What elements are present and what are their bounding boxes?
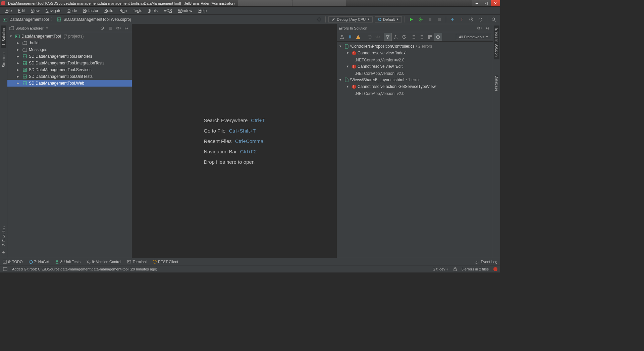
tree-item[interactable]: ▶c#SD.DataManagementTool.Handlers xyxy=(7,53,132,60)
minimize-button[interactable]: ━ xyxy=(472,0,481,6)
tree-item[interactable]: ▶c#SD.DataManagementTool.IntegrationTest… xyxy=(7,60,132,66)
hint-shortcut: Ctrl+Comma xyxy=(235,138,264,144)
window-title: DataManagementTool [C:\SDSource\data-man… xyxy=(7,1,235,5)
tab-unit-tests[interactable]: 8: Unit Tests xyxy=(55,260,80,264)
show-ignored-icon[interactable] xyxy=(374,33,382,41)
tree-item[interactable]: ▶Messages xyxy=(7,46,132,53)
menu-code[interactable]: Code xyxy=(65,8,80,14)
tree-item[interactable]: ▶c#SD.DataManagementTool.UnitTests xyxy=(7,73,132,80)
tab-version-control[interactable]: 9: Version Control xyxy=(87,260,121,264)
folder-icon xyxy=(22,40,28,46)
close-button[interactable]: ✕ xyxy=(491,0,500,6)
toggle-toolwindows-icon[interactable] xyxy=(3,267,7,271)
menu-refactor[interactable]: Refactor xyxy=(80,8,101,14)
maximize-button[interactable]: ◱ xyxy=(481,0,491,6)
errors-toolbar: ⏸ ! All Frameworks ▼ xyxy=(337,32,493,42)
lock-icon[interactable] xyxy=(453,267,457,271)
svg-text:c#: c# xyxy=(58,18,61,21)
menu-vcs[interactable]: VCS xyxy=(161,8,175,14)
star-icon[interactable]: ★ xyxy=(1,250,7,256)
ignore-icon[interactable] xyxy=(366,33,374,41)
warning-icon[interactable]: ! xyxy=(354,33,362,41)
vcs-history-icon[interactable] xyxy=(468,16,475,23)
folder-icon xyxy=(9,26,14,30)
tab-structure[interactable]: Structure xyxy=(1,50,6,70)
error-row[interactable]: ▼!Cannot resolve action 'GetServiceTypeV… xyxy=(337,83,493,90)
menu-tests[interactable]: Tests xyxy=(130,8,145,14)
breadcrumb-root[interactable]: DataManagementTool xyxy=(9,17,49,22)
autoscroll-icon[interactable] xyxy=(434,33,442,41)
menu-build[interactable]: Build xyxy=(102,8,116,14)
menu-navigate[interactable]: Navigate xyxy=(43,8,64,14)
stop-button[interactable] xyxy=(436,16,443,23)
svg-text:!: ! xyxy=(353,51,354,55)
run-target-combo[interactable]: Default ▼ xyxy=(375,16,402,22)
vcs-revert-icon[interactable] xyxy=(477,16,484,23)
tab-rest-client[interactable]: REST Client xyxy=(153,260,178,264)
svg-text:c#: c# xyxy=(23,69,26,71)
tree-item[interactable]: ▶c#SD.DataManagementTool.Services xyxy=(7,66,132,73)
menu-run[interactable]: Run xyxy=(117,8,129,14)
vcs-commit-icon[interactable] xyxy=(458,16,466,23)
collapse-all-icon[interactable] xyxy=(107,25,114,32)
locate-icon[interactable] xyxy=(99,25,106,32)
solution-tree: ▼ DataManagementTool (7 projects) ▶.buil… xyxy=(7,32,132,258)
attach-button[interactable] xyxy=(426,16,434,23)
git-branch[interactable]: Git: dev ⇵ xyxy=(433,267,449,271)
folder-icon xyxy=(22,47,28,52)
group-by-icon[interactable] xyxy=(426,33,434,41)
collapse-all-icon[interactable] xyxy=(418,33,426,41)
tab-terminal[interactable]: Terminal xyxy=(127,260,147,264)
breadcrumb-file[interactable]: SD.DataManagementTool.Web.csproj xyxy=(63,17,131,22)
flask-icon[interactable] xyxy=(338,33,346,41)
build-icon[interactable] xyxy=(315,16,323,23)
menu-help[interactable]: Help xyxy=(196,8,209,14)
menu-window[interactable]: Window xyxy=(175,8,195,14)
menu-tools[interactable]: Tools xyxy=(146,8,160,14)
vcs-update-icon[interactable] xyxy=(449,16,456,23)
error-row[interactable]: ▼!Cannot resolve view 'Index' xyxy=(337,50,493,56)
pause-analysis-icon[interactable]: ⏸ xyxy=(346,33,354,41)
tab-favorites[interactable]: 2: Favorites xyxy=(1,224,6,248)
dropdown-icon[interactable]: ▼ xyxy=(46,27,49,30)
framework-filter-combo[interactable]: All Frameworks ▼ xyxy=(456,34,491,40)
search-icon[interactable] xyxy=(490,16,497,23)
tree-item[interactable]: ▶c#SD.DataManagementTool.Web xyxy=(7,80,132,87)
tree-root[interactable]: ▼ DataManagementTool (7 projects) xyxy=(7,33,132,40)
error-count[interactable]: 3 errors in 2 files xyxy=(462,267,489,271)
svg-rect-0 xyxy=(3,18,7,21)
debug-button[interactable] xyxy=(417,16,424,23)
expand-all-icon[interactable] xyxy=(410,33,418,41)
tab-event-log[interactable]: Event Log xyxy=(475,260,497,264)
error-message: Cannot resolve action 'GetServiceTypeVie… xyxy=(358,84,436,89)
left-tool-strip: 1: Solution Structure 2: Favorites ★ xyxy=(0,24,7,258)
hint-label: Go to File xyxy=(204,128,225,134)
tab-todo[interactable]: 6: TODO xyxy=(3,260,23,264)
right-tool-strip: Errors In Solution Database xyxy=(493,24,500,258)
error-file-row[interactable]: ▼\Controllers\PropositionController.cs •… xyxy=(337,43,493,50)
menu-view[interactable]: View xyxy=(28,8,42,14)
csproj-icon: c# xyxy=(22,54,28,59)
error-row[interactable]: ▼!Cannot resolve view 'Edit' xyxy=(337,63,493,70)
tree-item-label: SD.DataManagementTool.Web xyxy=(29,81,84,86)
tab-errors[interactable]: Errors In Solution xyxy=(494,26,499,59)
tab-nuget[interactable]: 7: NuGet xyxy=(29,260,49,264)
svg-rect-12 xyxy=(15,35,19,38)
error-indicator-icon[interactable] xyxy=(493,267,497,271)
run-button[interactable] xyxy=(408,16,415,23)
menu-edit[interactable]: Edit xyxy=(15,8,28,14)
filter-icon[interactable] xyxy=(384,33,392,41)
tab-solution[interactable]: 1: Solution xyxy=(1,26,6,48)
hide-panel-icon[interactable] xyxy=(484,25,491,32)
gear-icon[interactable]: ⚙▾ xyxy=(115,25,122,32)
tab-database[interactable]: Database xyxy=(494,73,499,94)
gear-icon[interactable]: ⚙▾ xyxy=(476,25,483,32)
build-config-combo[interactable]: Debug | Any CPU ▼ xyxy=(328,16,373,22)
error-framework-row: .NETCoreApp,Version=v2.0 xyxy=(337,90,493,97)
error-file-row[interactable]: ▼\Views\Shared\_Layout.cshtml • 1 error xyxy=(337,77,493,83)
refresh-icon[interactable] xyxy=(400,33,408,41)
hide-panel-icon[interactable] xyxy=(123,25,130,32)
tree-item[interactable]: ▶.build xyxy=(7,40,132,46)
menu-file[interactable]: File xyxy=(3,8,14,14)
export-icon[interactable] xyxy=(392,33,400,41)
